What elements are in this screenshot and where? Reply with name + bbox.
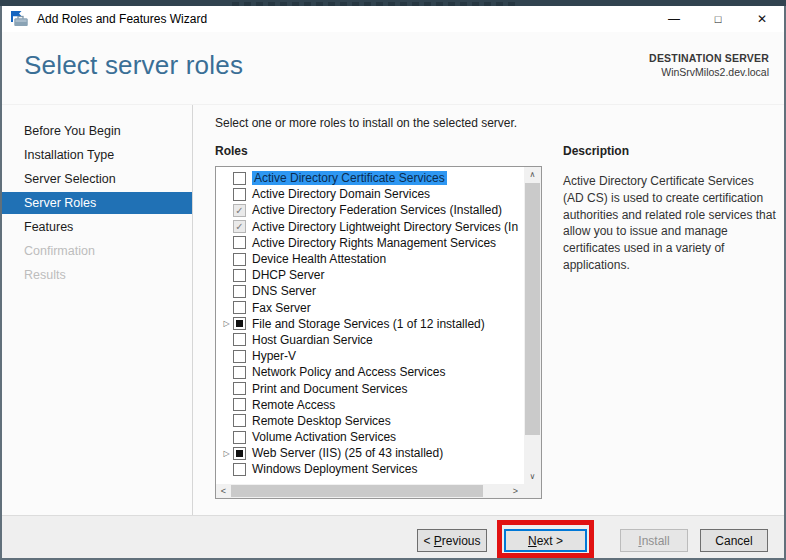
close-button[interactable]: ✕ [740, 6, 784, 32]
role-checkbox-partial[interactable] [233, 447, 246, 460]
role-label[interactable]: Active Directory Rights Management Servi… [252, 236, 496, 250]
role-checkbox-unchecked[interactable] [233, 188, 246, 201]
role-row-active-directory-domain-services[interactable]: Active Directory Domain Services [216, 186, 524, 202]
role-row-remote-access[interactable]: Remote Access [216, 397, 524, 413]
destination-server-name: WinSrvMilos2.dev.local [649, 66, 769, 78]
role-label[interactable]: Hyper-V [252, 349, 296, 363]
close-icon: ✕ [757, 12, 767, 26]
role-row-windows-deployment-services[interactable]: Windows Deployment Services [216, 461, 524, 477]
role-checkbox-unchecked[interactable] [233, 301, 246, 314]
roles-list: Active Directory Certificate ServicesAct… [216, 170, 524, 484]
sidebar-item-before-you-begin[interactable]: Before You Begin [2, 120, 192, 142]
title-bar: Add Roles and Features Wizard — □ ✕ [2, 6, 784, 32]
role-row-remote-desktop-services[interactable]: Remote Desktop Services [216, 413, 524, 429]
role-label[interactable]: Host Guardian Service [252, 333, 373, 347]
sidebar-item-installation-type[interactable]: Installation Type [2, 144, 192, 166]
window-title: Add Roles and Features Wizard [37, 12, 207, 26]
cancel-button[interactable]: Cancel [700, 529, 768, 552]
role-checkbox-unchecked[interactable] [233, 398, 246, 411]
role-checkbox-unchecked[interactable] [233, 366, 246, 379]
role-row-hyper-v[interactable]: Hyper-V [216, 348, 524, 364]
role-row-device-health-attestation[interactable]: Device Health Attestation [216, 251, 524, 267]
role-label[interactable]: File and Storage Services (1 of 12 insta… [252, 317, 485, 331]
role-label[interactable]: Fax Server [252, 301, 311, 315]
role-row-active-directory-rights-management-services[interactable]: Active Directory Rights Management Servi… [216, 235, 524, 251]
role-checkbox-unchecked[interactable] [233, 236, 246, 249]
partial-check-square [236, 320, 243, 327]
wizard-header: Select server roles DESTINATION SERVER W… [2, 32, 784, 104]
role-checkbox-partial[interactable] [233, 317, 246, 330]
scroll-down-icon[interactable]: ∨ [524, 469, 541, 484]
install-button-label: Install [638, 534, 669, 548]
minimize-button[interactable]: — [652, 6, 696, 32]
role-row-dns-server[interactable]: DNS Server [216, 283, 524, 299]
role-row-host-guardian-service[interactable]: Host Guardian Service [216, 332, 524, 348]
cancel-button-label: Cancel [715, 534, 752, 548]
role-label[interactable]: Device Health Attestation [252, 252, 386, 266]
background-window-text-remnant [232, 2, 520, 6]
scroll-left-icon[interactable]: < [216, 486, 231, 496]
role-checkbox-unchecked[interactable] [233, 382, 246, 395]
role-checkbox-unchecked[interactable] [233, 414, 246, 427]
role-row-active-directory-certificate-services[interactable]: Active Directory Certificate Services [216, 170, 524, 186]
role-checkbox-unchecked[interactable] [233, 463, 246, 476]
role-label[interactable]: Print and Document Services [252, 382, 407, 396]
vertical-scrollbar-thumb[interactable] [525, 183, 540, 435]
role-row-fax-server[interactable]: Fax Server [216, 300, 524, 316]
description-title: Description [563, 144, 777, 158]
horizontal-scrollbar-thumb[interactable] [231, 485, 483, 497]
role-row-active-directory-federation-services-installed[interactable]: ✓Active Directory Federation Services (I… [216, 202, 524, 218]
role-label[interactable]: Remote Access [252, 398, 335, 412]
role-label[interactable]: Network Policy and Access Services [252, 365, 445, 379]
role-label[interactable]: Volume Activation Services [252, 430, 396, 444]
role-label[interactable]: Windows Deployment Services [252, 462, 417, 476]
role-label[interactable]: Web Server (IIS) (25 of 43 installed) [252, 446, 443, 460]
next-button[interactable]: Next > [504, 529, 587, 552]
role-checkbox-unchecked[interactable] [233, 285, 246, 298]
role-checkbox-unchecked[interactable] [233, 253, 246, 266]
role-row-print-and-document-services[interactable]: Print and Document Services [216, 380, 524, 396]
role-checkbox-unchecked[interactable] [233, 333, 246, 346]
sidebar-item-features[interactable]: Features [2, 216, 192, 238]
instruction-text: Select one or more roles to install on t… [215, 116, 517, 130]
wizard-sidebar: Before You BeginInstallation TypeServer … [2, 105, 193, 515]
role-checkbox-unchecked[interactable] [233, 350, 246, 363]
role-checkbox-unchecked[interactable] [233, 431, 246, 444]
sidebar-item-server-roles[interactable]: Server Roles [2, 192, 192, 214]
role-checkbox-unchecked[interactable] [233, 269, 246, 282]
role-label[interactable]: Active Directory Federation Services (In… [252, 203, 502, 217]
role-label[interactable]: DNS Server [252, 284, 316, 298]
description-body: Active Directory Certificate Services (A… [563, 173, 777, 274]
minimize-icon: — [668, 12, 680, 26]
role-label[interactable]: DHCP Server [252, 268, 324, 282]
role-row-volume-activation-services[interactable]: Volume Activation Services [216, 429, 524, 445]
role-label[interactable]: Active Directory Lightweight Directory S… [252, 220, 518, 234]
role-checkbox-installed: ✓ [233, 204, 246, 217]
scroll-right-icon[interactable]: > [508, 486, 523, 496]
expander-icon[interactable]: ▷ [220, 447, 233, 460]
background-window-edge [0, 0, 786, 6]
role-row-web-server-iis-25-of-43-installed[interactable]: ▷Web Server (IIS) (25 of 43 installed) [216, 445, 524, 461]
maximize-icon: □ [715, 13, 722, 25]
description-panel: Description Active Directory Certificate… [563, 144, 777, 274]
destination-server-block: DESTINATION SERVER WinSrvMilos2.dev.loca… [649, 52, 769, 78]
wizard-content: Before You BeginInstallation TypeServer … [2, 104, 784, 515]
role-row-dhcp-server[interactable]: DHCP Server [216, 267, 524, 283]
scroll-up-icon[interactable]: ∧ [524, 167, 541, 182]
vertical-scrollbar[interactable]: ∧ ∨ [524, 167, 541, 484]
previous-button[interactable]: < Previous [417, 529, 487, 552]
horizontal-scrollbar[interactable]: < > [216, 484, 541, 498]
expander-icon[interactable]: ▷ [220, 317, 233, 330]
role-checkbox-unchecked[interactable] [233, 172, 246, 185]
role-row-active-directory-lightweight-directory-services-in[interactable]: ✓Active Directory Lightweight Directory … [216, 219, 524, 235]
role-label[interactable]: Active Directory Domain Services [252, 187, 430, 201]
maximize-button[interactable]: □ [696, 6, 740, 32]
sidebar-item-results: Results [2, 264, 192, 286]
sidebar-item-server-selection[interactable]: Server Selection [2, 168, 192, 190]
role-row-network-policy-and-access-services[interactable]: Network Policy and Access Services [216, 364, 524, 380]
role-row-file-and-storage-services-1-of-12-installed[interactable]: ▷File and Storage Services (1 of 12 inst… [216, 316, 524, 332]
destination-server-label: DESTINATION SERVER [649, 52, 769, 64]
role-label[interactable]: Remote Desktop Services [252, 414, 391, 428]
role-label[interactable]: Active Directory Certificate Services [252, 171, 447, 185]
install-button: Install [620, 529, 688, 552]
